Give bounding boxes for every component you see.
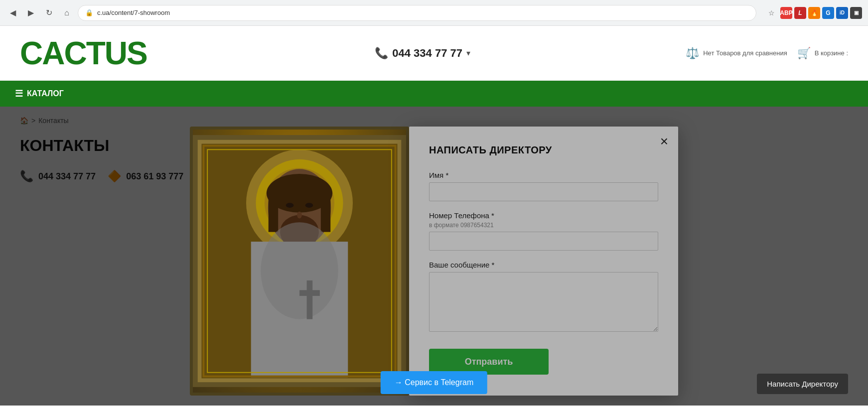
svg-rect-17 <box>299 290 320 296</box>
svg-rect-16 <box>307 280 313 319</box>
phone-input[interactable] <box>429 232 658 251</box>
modal-close-button[interactable]: × <box>660 135 668 148</box>
name-input[interactable] <box>429 182 658 201</box>
write-director-label: Написать Директору <box>767 380 838 388</box>
phone-field-group: Номер Телефона * в формате 0987654321 <box>429 211 658 251</box>
catalog-button[interactable]: ☰ КАТАЛОГ <box>15 88 64 99</box>
compare-label: Нет Товаров для сравнения <box>703 49 787 57</box>
home-button[interactable]: ⌂ <box>60 6 74 20</box>
phone-icon: 📞 <box>375 47 388 60</box>
religious-icon-svg <box>193 132 406 391</box>
write-director-float-button[interactable]: Написать Директору <box>757 374 848 394</box>
svg-point-15 <box>261 222 338 319</box>
name-label: Имя * <box>429 171 658 179</box>
lock-icon: 🔒 <box>85 9 93 16</box>
phone-dropdown-icon[interactable]: ▾ <box>466 48 470 58</box>
compare-icon: ⚖️ <box>686 47 699 60</box>
svg-point-13 <box>297 212 302 219</box>
phone-hint: в формате 0987654321 <box>429 222 658 229</box>
message-field-group: Ваше сообщение * <box>429 261 658 334</box>
browser-extension-icons: ☆ ABP L 🔥 G iD ▣ <box>764 6 862 20</box>
refresh-button[interactable]: ↻ <box>42 6 56 20</box>
header-compare[interactable]: ⚖️ Нет Товаров для сравнения <box>686 47 787 60</box>
svg-rect-9 <box>321 193 330 232</box>
telegram-button[interactable]: → Сервис в Telegram <box>381 371 487 394</box>
icon-image <box>190 127 409 396</box>
cart-icon: 🛒 <box>797 47 811 60</box>
icon-image-inner <box>193 130 406 393</box>
sq-extension[interactable]: ▣ <box>850 7 862 19</box>
modal-content-wrapper: × НАПИСАТЬ ДИРЕКТОРУ Имя * Номер Телефон… <box>190 127 678 396</box>
message-label: Ваше сообщение * <box>429 261 658 269</box>
svg-point-12 <box>305 203 313 208</box>
header-cart[interactable]: 🛒 В корзине : <box>797 47 848 60</box>
modal-title: НАПИСАТЬ ДИРЕКТОРУ <box>429 144 658 156</box>
star-button[interactable]: ☆ <box>764 6 778 20</box>
svg-point-11 <box>286 203 294 208</box>
abp-extension[interactable]: ABP <box>780 7 792 19</box>
id-extension[interactable]: iD <box>836 7 848 19</box>
header-phone-area: 📞 044 334 77 77 ▾ <box>169 47 676 60</box>
fire-extension[interactable]: 🔥 <box>808 7 820 19</box>
modal-panel: × НАПИСАТЬ ДИРЕКТОРУ Имя * Номер Телефон… <box>409 127 678 396</box>
browser-chrome: ◀ ▶ ↻ ⌂ 🔒 c.ua/content/7-showroom ☆ ABP … <box>0 0 868 26</box>
site-header: CACTUS 📞 044 334 77 77 ▾ ⚖️ Нет Товаров … <box>0 26 868 81</box>
site-logo[interactable]: CACTUS <box>20 37 159 69</box>
back-button[interactable]: ◀ <box>6 6 20 20</box>
l-extension[interactable]: L <box>794 7 806 19</box>
message-textarea[interactable] <box>429 272 658 332</box>
phone-label: Номер Телефона * <box>429 211 658 220</box>
cart-label: В корзине : <box>815 49 848 57</box>
address-bar[interactable]: 🔒 c.ua/content/7-showroom <box>78 5 756 21</box>
name-field-group: Имя * <box>429 171 658 201</box>
telegram-label: → Сервис в Telegram <box>395 378 473 387</box>
modal-overlay: × НАПИСАТЬ ДИРЕКТОРУ Имя * Номер Телефон… <box>0 107 868 406</box>
forward-button[interactable]: ▶ <box>24 6 38 20</box>
nav-bar: ☰ КАТАЛОГ <box>0 81 868 107</box>
page-wrapper: CACTUS 📞 044 334 77 77 ▾ ⚖️ Нет Товаров … <box>0 26 868 406</box>
catalog-label: КАТАЛОГ <box>27 89 64 98</box>
svg-rect-8 <box>269 193 278 232</box>
content-area: 🏠 > Контакты КОНТАКТЫ 📞 044 334 77 77 🔶 … <box>0 107 868 406</box>
header-phone-number[interactable]: 044 334 77 77 <box>392 47 462 60</box>
url-text: c.ua/content/7-showroom <box>97 9 170 16</box>
hamburger-icon: ☰ <box>15 88 23 99</box>
g-extension[interactable]: G <box>822 7 834 19</box>
